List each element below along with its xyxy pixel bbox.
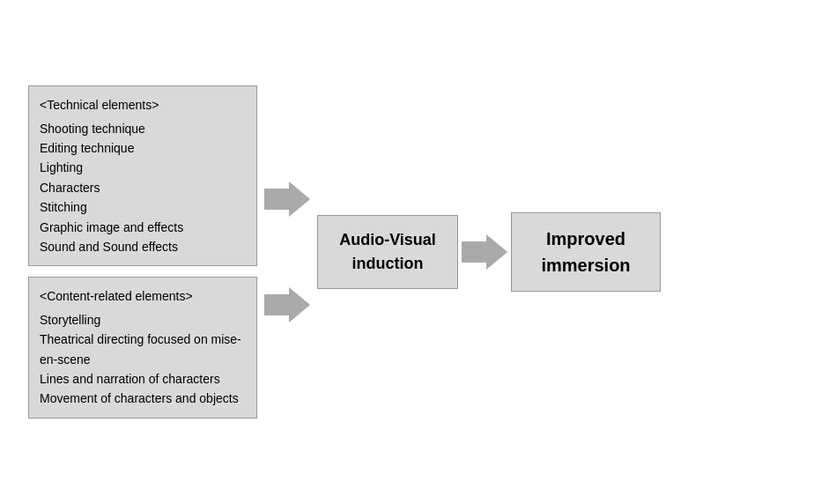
content-elements-box: <Content-related elements> Storytelling … [28, 277, 257, 418]
technical-item-3: Lighting [40, 158, 246, 177]
content-title: <Content-related elements> [40, 286, 246, 306]
improved-immersion-label: Improved immersion [541, 229, 630, 275]
bottom-arrow-icon [264, 287, 310, 322]
technical-item-5: Stitching [40, 197, 246, 217]
content-item-1: Storytelling [40, 310, 246, 330]
svg-marker-2 [462, 234, 507, 270]
technical-elements-box: <Technical elements> Shooting technique … [28, 85, 257, 266]
audio-visual-box: Audio-Visual induction [317, 215, 458, 289]
improved-immersion-box: Improved immersion [511, 212, 661, 292]
audio-visual-label: Audio-Visual induction [339, 231, 436, 272]
svg-marker-1 [264, 287, 310, 322]
right-arrow-icon [462, 234, 507, 270]
technical-title: <Technical elements> [40, 95, 246, 115]
content-item-4: Movement of characters and objects [40, 389, 246, 408]
left-arrows [264, 182, 310, 322]
left-column: <Technical elements> Shooting technique … [28, 85, 257, 418]
top-arrow-icon [264, 182, 310, 217]
technical-item-1: Shooting technique [40, 119, 246, 138]
technical-item-4: Characters [40, 178, 246, 197]
technical-item-6: Graphic image and effects [40, 218, 246, 237]
technical-item-7: Sound and Sound effects [40, 237, 246, 256]
right-arrow-connector [462, 234, 507, 270]
content-item-3: Lines and narration of characters [40, 369, 246, 389]
svg-marker-0 [264, 182, 310, 217]
content-item-2: Theatrical directing focused on mise-en-… [40, 330, 246, 369]
technical-item-2: Editing technique [40, 138, 246, 158]
diagram: <Technical elements> Shooting technique … [28, 85, 786, 418]
